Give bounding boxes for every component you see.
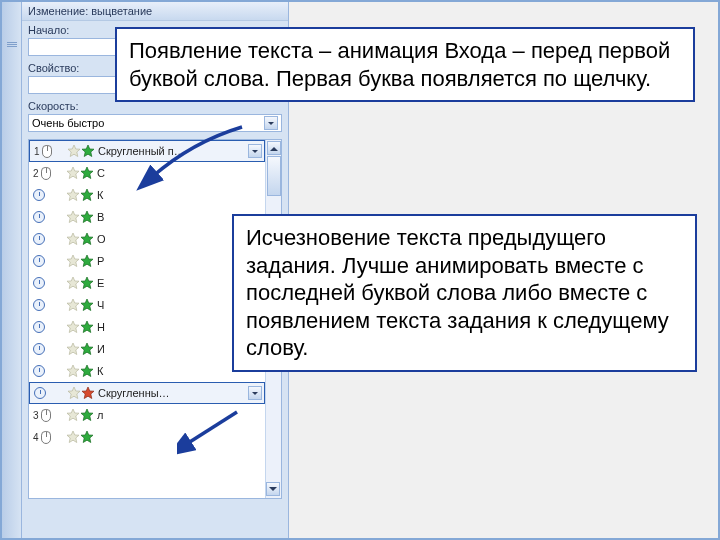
star-icon [66,342,80,356]
scroll-up-button[interactable] [267,141,281,155]
effect-icons [66,254,94,268]
svg-marker-7 [81,211,93,223]
svg-marker-5 [81,189,93,201]
animation-row[interactable]: Р [29,250,265,272]
svg-marker-16 [67,321,79,333]
callout-mid: Исчезновение текста предыдущего задания.… [232,214,697,372]
star-icon [66,188,80,202]
svg-marker-1 [82,145,94,157]
star-icon [81,144,95,158]
row-index: 3 [33,409,63,422]
animation-row[interactable]: Скругленны… [29,382,265,404]
animation-row[interactable]: Ч [29,294,265,316]
row-index [33,321,63,333]
svg-marker-23 [82,387,94,399]
svg-marker-22 [68,387,80,399]
star-icon [80,364,94,378]
star-icon [66,298,80,312]
effect-icons [66,342,94,356]
effect-icons [66,298,94,312]
svg-marker-11 [81,255,93,267]
mouse-icon [41,409,51,422]
row-index [33,277,63,289]
animation-row[interactable]: И [29,338,265,360]
row-index [33,299,63,311]
star-icon [66,254,80,268]
row-index: 2 [33,167,63,180]
speed-dropdown[interactable]: Очень быстро [28,114,282,132]
effect-icons [67,144,95,158]
star-icon [80,298,94,312]
svg-marker-18 [67,343,79,355]
panel-title: Изменение: выцветание [22,2,288,21]
speed-row: Скорость: Очень быстро [22,97,288,135]
animation-row[interactable]: В [29,206,265,228]
clock-icon [33,343,45,355]
row-label: К [97,189,261,201]
star-icon [66,232,80,246]
svg-marker-26 [67,431,79,443]
svg-marker-0 [68,145,80,157]
clock-icon [33,299,45,311]
row-index: 4 [33,431,63,444]
row-dropdown-button[interactable] [248,144,262,158]
row-index [33,343,63,355]
effect-icons [66,188,94,202]
star-icon [80,188,94,202]
animation-row[interactable]: 2 С [29,162,265,184]
animation-row[interactable]: 4 [29,426,265,448]
star-icon [80,210,94,224]
speed-value: Очень быстро [32,117,104,129]
clock-icon [33,189,45,201]
svg-marker-20 [67,365,79,377]
effect-icons [66,430,94,444]
row-index [33,211,63,223]
svg-marker-3 [81,167,93,179]
star-icon [80,342,94,356]
effect-icons [66,320,94,334]
star-icon [67,144,81,158]
clock-icon [33,365,45,377]
svg-marker-21 [81,365,93,377]
row-dropdown-button[interactable] [248,386,262,400]
animation-row[interactable]: Н [29,316,265,338]
mouse-icon [41,431,51,444]
clock-icon [33,321,45,333]
chevron-down-icon [264,116,278,130]
svg-marker-25 [81,409,93,421]
star-icon [66,408,80,422]
effect-icons [66,210,94,224]
scroll-down-button[interactable] [266,482,280,496]
star-icon [80,408,94,422]
clock-icon [33,211,45,223]
animation-row[interactable]: 1 Скругленный п… [29,140,265,162]
mouse-icon [42,145,52,158]
row-label: С [97,167,261,179]
effect-icons [66,232,94,246]
svg-marker-13 [81,277,93,289]
star-icon [81,386,95,400]
callout-top: Появление текста – анимация Входа – пере… [115,27,695,102]
svg-marker-19 [81,343,93,355]
clock-icon [33,277,45,289]
effect-icons [66,408,94,422]
row-index [33,365,63,377]
svg-marker-9 [81,233,93,245]
svg-marker-17 [81,321,93,333]
animation-row[interactable]: О [29,228,265,250]
star-icon [66,430,80,444]
star-icon [66,320,80,334]
row-index [33,189,63,201]
animation-row[interactable]: Е [29,272,265,294]
animation-row[interactable]: К [29,184,265,206]
row-index [33,255,63,267]
scroll-thumb[interactable] [267,156,281,196]
row-label: Скругленный п… [98,145,250,157]
effect-icons [67,386,95,400]
effect-icons [66,276,94,290]
svg-marker-6 [67,211,79,223]
star-icon [80,232,94,246]
star-icon [66,166,80,180]
animation-row[interactable]: К [29,360,265,382]
animation-row[interactable]: 3 л [29,404,265,426]
